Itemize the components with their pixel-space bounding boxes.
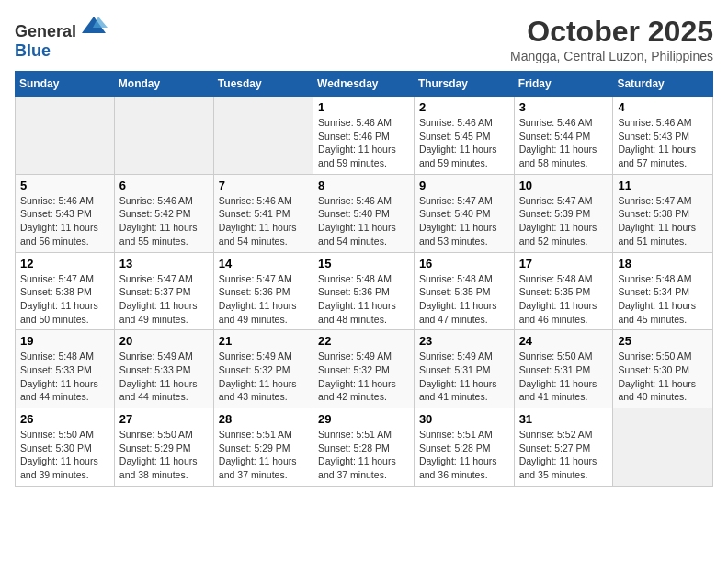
calendar-cell: 25Sunrise: 5:50 AM Sunset: 5:30 PM Dayli… (613, 330, 713, 408)
location-title: Mangga, Central Luzon, Philippines (510, 49, 713, 63)
day-info: Sunrise: 5:46 AM Sunset: 5:41 PM Dayligh… (219, 194, 308, 248)
calendar-cell (114, 97, 213, 175)
weekday-header: Friday (514, 72, 613, 97)
day-number: 2 (419, 100, 509, 114)
day-info: Sunrise: 5:46 AM Sunset: 5:43 PM Dayligh… (618, 116, 708, 170)
calendar-week-row: 19Sunrise: 5:48 AM Sunset: 5:33 PM Dayli… (16, 330, 713, 408)
day-info: Sunrise: 5:49 AM Sunset: 5:31 PM Dayligh… (419, 350, 509, 404)
calendar-cell: 23Sunrise: 5:49 AM Sunset: 5:31 PM Dayli… (414, 330, 514, 408)
calendar-cell: 16Sunrise: 5:48 AM Sunset: 5:35 PM Dayli… (414, 252, 514, 330)
day-number: 8 (318, 178, 409, 192)
day-number: 11 (618, 178, 708, 192)
day-info: Sunrise: 5:47 AM Sunset: 5:38 PM Dayligh… (20, 272, 109, 327)
day-number: 7 (219, 178, 308, 192)
day-info: Sunrise: 5:50 AM Sunset: 5:31 PM Dayligh… (519, 350, 609, 404)
calendar-week-row: 26Sunrise: 5:50 AM Sunset: 5:30 PM Dayli… (16, 408, 713, 487)
day-info: Sunrise: 5:48 AM Sunset: 5:36 PM Dayligh… (318, 272, 409, 327)
calendar-cell: 13Sunrise: 5:47 AM Sunset: 5:37 PM Dayli… (114, 252, 213, 330)
calendar-cell: 17Sunrise: 5:48 AM Sunset: 5:35 PM Dayli… (514, 252, 613, 330)
day-info: Sunrise: 5:47 AM Sunset: 5:40 PM Dayligh… (419, 194, 509, 248)
page-header: General Blue October 2025 Mangga, Centra… (15, 15, 713, 63)
calendar-cell: 30Sunrise: 5:51 AM Sunset: 5:28 PM Dayli… (414, 408, 514, 487)
calendar-cell: 15Sunrise: 5:48 AM Sunset: 5:36 PM Dayli… (313, 252, 415, 330)
weekday-header: Saturday (613, 72, 713, 97)
day-number: 27 (119, 412, 209, 426)
calendar-week-row: 5Sunrise: 5:46 AM Sunset: 5:43 PM Daylig… (16, 174, 713, 252)
day-info: Sunrise: 5:46 AM Sunset: 5:40 PM Dayligh… (318, 194, 409, 248)
day-info: Sunrise: 5:52 AM Sunset: 5:27 PM Dayligh… (519, 428, 609, 482)
calendar-cell: 22Sunrise: 5:49 AM Sunset: 5:32 PM Dayli… (313, 330, 415, 408)
calendar-cell: 6Sunrise: 5:46 AM Sunset: 5:42 PM Daylig… (114, 174, 213, 252)
day-number: 1 (318, 100, 409, 114)
day-info: Sunrise: 5:46 AM Sunset: 5:42 PM Dayligh… (119, 194, 209, 248)
day-info: Sunrise: 5:48 AM Sunset: 5:35 PM Dayligh… (519, 272, 609, 327)
calendar-cell: 9Sunrise: 5:47 AM Sunset: 5:40 PM Daylig… (414, 174, 514, 252)
calendar-cell: 2Sunrise: 5:46 AM Sunset: 5:45 PM Daylig… (414, 97, 514, 175)
day-number: 24 (519, 334, 609, 348)
day-number: 30 (419, 412, 509, 426)
weekday-header: Tuesday (213, 72, 313, 97)
day-info: Sunrise: 5:46 AM Sunset: 5:43 PM Dayligh… (20, 194, 109, 248)
day-number: 12 (20, 257, 109, 270)
day-info: Sunrise: 5:49 AM Sunset: 5:32 PM Dayligh… (318, 350, 409, 404)
day-number: 18 (618, 257, 708, 270)
day-number: 31 (519, 412, 609, 426)
day-number: 10 (519, 178, 609, 192)
day-number: 9 (419, 178, 509, 192)
day-number: 17 (519, 257, 609, 270)
calendar-cell: 10Sunrise: 5:47 AM Sunset: 5:39 PM Dayli… (514, 174, 613, 252)
weekday-header: Sunday (16, 72, 115, 97)
weekday-header-row: SundayMondayTuesdayWednesdayThursdayFrid… (16, 72, 713, 97)
calendar-cell: 5Sunrise: 5:46 AM Sunset: 5:43 PM Daylig… (16, 174, 115, 252)
calendar-cell: 27Sunrise: 5:50 AM Sunset: 5:29 PM Dayli… (114, 408, 213, 487)
weekday-header: Wednesday (313, 72, 415, 97)
day-info: Sunrise: 5:49 AM Sunset: 5:33 PM Dayligh… (119, 350, 209, 404)
day-info: Sunrise: 5:47 AM Sunset: 5:37 PM Dayligh… (119, 272, 209, 327)
day-info: Sunrise: 5:51 AM Sunset: 5:29 PM Dayligh… (219, 428, 308, 482)
logo: General Blue (15, 15, 108, 61)
day-number: 6 (119, 178, 209, 192)
day-info: Sunrise: 5:46 AM Sunset: 5:46 PM Dayligh… (318, 116, 409, 170)
calendar-cell: 1Sunrise: 5:46 AM Sunset: 5:46 PM Daylig… (313, 97, 415, 175)
day-number: 4 (618, 100, 708, 114)
calendar-cell: 18Sunrise: 5:48 AM Sunset: 5:34 PM Dayli… (613, 252, 713, 330)
day-info: Sunrise: 5:49 AM Sunset: 5:32 PM Dayligh… (219, 350, 308, 404)
day-number: 5 (20, 178, 109, 192)
calendar-body: 1Sunrise: 5:46 AM Sunset: 5:46 PM Daylig… (16, 97, 713, 487)
calendar-week-row: 12Sunrise: 5:47 AM Sunset: 5:38 PM Dayli… (16, 252, 713, 330)
calendar-header: SundayMondayTuesdayWednesdayThursdayFrid… (16, 72, 713, 97)
day-number: 13 (119, 257, 209, 270)
day-info: Sunrise: 5:48 AM Sunset: 5:35 PM Dayligh… (419, 272, 509, 327)
day-info: Sunrise: 5:50 AM Sunset: 5:29 PM Dayligh… (119, 428, 209, 482)
calendar-cell: 8Sunrise: 5:46 AM Sunset: 5:40 PM Daylig… (313, 174, 415, 252)
calendar-cell: 14Sunrise: 5:47 AM Sunset: 5:36 PM Dayli… (213, 252, 313, 330)
day-number: 20 (119, 334, 209, 348)
day-info: Sunrise: 5:47 AM Sunset: 5:39 PM Dayligh… (519, 194, 609, 248)
calendar-week-row: 1Sunrise: 5:46 AM Sunset: 5:46 PM Daylig… (16, 97, 713, 175)
day-number: 28 (219, 412, 308, 426)
calendar-cell: 31Sunrise: 5:52 AM Sunset: 5:27 PM Dayli… (514, 408, 613, 487)
calendar-cell: 4Sunrise: 5:46 AM Sunset: 5:43 PM Daylig… (613, 97, 713, 175)
day-number: 15 (318, 257, 409, 270)
month-title: October 2025 (510, 15, 713, 49)
day-info: Sunrise: 5:50 AM Sunset: 5:30 PM Dayligh… (20, 428, 109, 482)
logo-blue: Blue (15, 41, 51, 60)
title-area: October 2025 Mangga, Central Luzon, Phil… (510, 15, 713, 63)
day-number: 21 (219, 334, 308, 348)
day-number: 16 (419, 257, 509, 270)
logo-icon (80, 15, 108, 37)
day-info: Sunrise: 5:51 AM Sunset: 5:28 PM Dayligh… (318, 428, 409, 482)
day-info: Sunrise: 5:46 AM Sunset: 5:45 PM Dayligh… (419, 116, 509, 170)
day-number: 22 (318, 334, 409, 348)
day-number: 14 (219, 257, 308, 270)
calendar-cell: 7Sunrise: 5:46 AM Sunset: 5:41 PM Daylig… (213, 174, 313, 252)
calendar-cell: 28Sunrise: 5:51 AM Sunset: 5:29 PM Dayli… (213, 408, 313, 487)
day-info: Sunrise: 5:47 AM Sunset: 5:36 PM Dayligh… (219, 272, 308, 327)
calendar-cell: 19Sunrise: 5:48 AM Sunset: 5:33 PM Dayli… (16, 330, 115, 408)
day-number: 29 (318, 412, 409, 426)
calendar-cell: 26Sunrise: 5:50 AM Sunset: 5:30 PM Dayli… (16, 408, 115, 487)
day-number: 3 (519, 100, 609, 114)
day-number: 23 (419, 334, 509, 348)
calendar-cell: 3Sunrise: 5:46 AM Sunset: 5:44 PM Daylig… (514, 97, 613, 175)
calendar-table: SundayMondayTuesdayWednesdayThursdayFrid… (15, 71, 713, 487)
